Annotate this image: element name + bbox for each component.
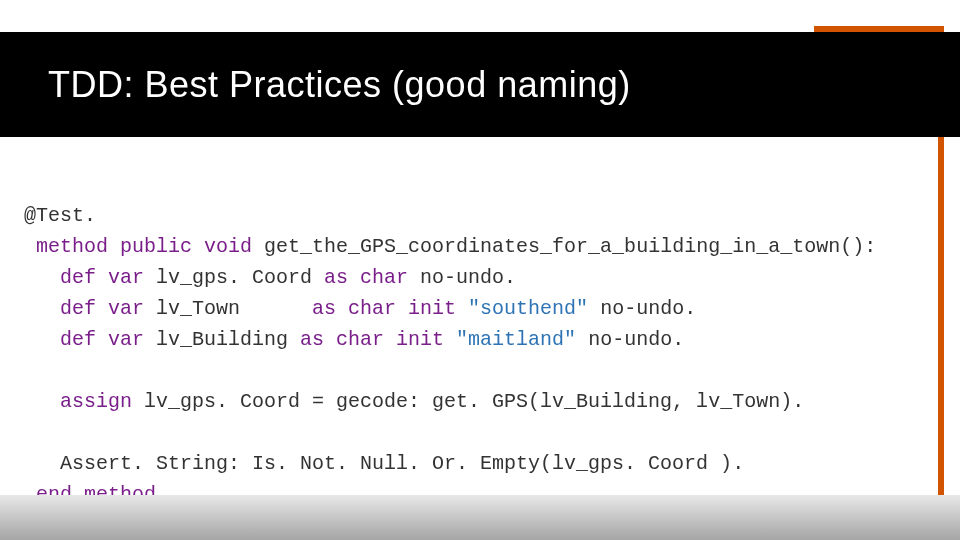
code-text: lv_Town (144, 297, 312, 320)
code-text: no-undo. (588, 328, 684, 351)
keyword: assign (60, 390, 132, 413)
keyword: method public void (36, 235, 252, 258)
slide: TDD: Best Practices (good naming) @Test.… (0, 0, 960, 540)
slide-title: TDD: Best Practices (good naming) (0, 32, 960, 106)
code-text: lv_gps. Coord (144, 266, 324, 289)
title-band: TDD: Best Practices (good naming) (0, 32, 960, 137)
code-text: lv_Building (144, 328, 300, 351)
keyword: as char (324, 266, 408, 289)
code-text: lv_gps. Coord = gecode: get. GPS(lv_Buil… (132, 390, 804, 413)
code-text: no-undo. (600, 297, 696, 320)
code-text: no-undo. (408, 266, 516, 289)
code-block: @Test. method public void get_the_GPS_co… (24, 200, 924, 510)
accent-bar-right (938, 137, 944, 497)
code-line-7: Assert. String: Is. Not. Null. Or. Empty… (60, 452, 744, 475)
keyword: as char init (300, 328, 444, 351)
keyword: def var (60, 266, 144, 289)
keyword: as char init (312, 297, 456, 320)
keyword: def var (60, 328, 144, 351)
string-literal: "southend" (456, 297, 600, 320)
code-text: get_the_GPS_coordinates_for_a_building_i… (252, 235, 876, 258)
keyword: def var (60, 297, 144, 320)
bottom-shadow (0, 495, 960, 540)
string-literal: "maitland" (444, 328, 588, 351)
code-line-1: @Test. (24, 204, 96, 227)
